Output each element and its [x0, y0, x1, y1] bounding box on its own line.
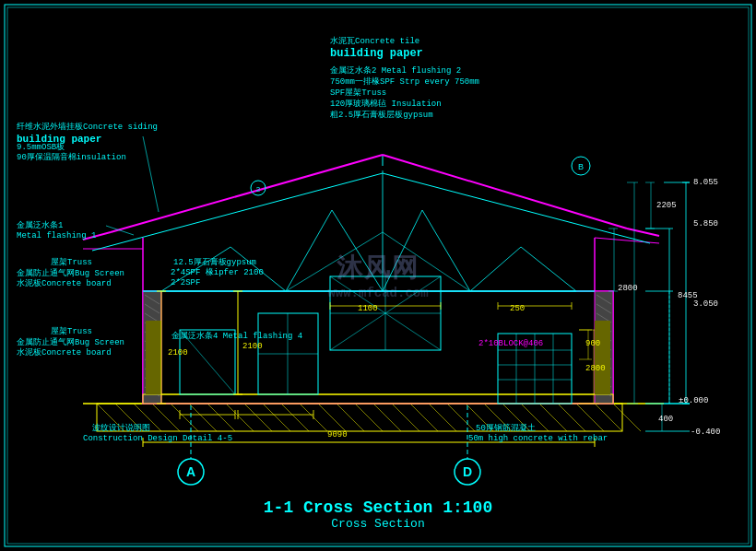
label-bug-screen-bottom: 金属防止通气网Bug Screen [17, 338, 124, 349]
dim-900: 900 [585, 339, 600, 350]
label-metal-flashing-1-en: Metal flashing 1 [17, 231, 96, 242]
label-concrete-board-bottom: 水泥板Concrete board [17, 348, 112, 359]
label-bug-screen-top: 金属防止通气网Bug Screen [17, 269, 124, 280]
label-metal-flashing-4: 金属泛水条4 Metal flashing 4 [171, 332, 302, 343]
dim-400: 400 [658, 415, 673, 426]
dim-9090: 9090 [327, 430, 348, 441]
section-subtitle: Cross Section [264, 517, 492, 531]
label-osb: 9.5mmOSB板 [17, 143, 65, 154]
label-750mm: 750mm一排椽SPF Strp every 750mm [330, 77, 479, 88]
label-spf-truss: SPF屋架Truss [330, 88, 386, 100]
dim-0000: ±0.000 [679, 396, 708, 407]
label-truss-bottom: 屋架Truss [51, 327, 92, 338]
dim-8055: 8.055 [693, 178, 718, 189]
label-1100: 1100 [358, 304, 378, 315]
label-120insulation: 120厚玻璃棉毡 Insulation [330, 100, 442, 111]
label-metal-flashing-1: 金属泛水条1 [17, 221, 63, 232]
svg-text:2: 2 [256, 185, 261, 193]
label-metal-flushing-2: 金属泛水条2 Metal flushing 2 [330, 66, 461, 77]
label-250: 250 [510, 304, 525, 315]
label-2x10block: 2*10BLOCK@406 [478, 339, 543, 350]
svg-text:A: A [186, 464, 195, 479]
label-truss-top: 屋架Truss [51, 258, 92, 269]
label-concrete-board-top: 水泥板Concrete board [17, 279, 112, 290]
cad-drawing-canvas: A D B 2 [0, 0, 756, 551]
label-gypsum-12: 12.5厚石膏板gypsum [173, 258, 256, 269]
label-25gypsum: 粗2.5厚石膏板层板gypsum [330, 111, 433, 122]
label-construction-design-cn: 波纹设计说明图 [92, 424, 150, 435]
label-insulation-left: 90厚保温隔音棉insulation [17, 153, 126, 164]
dim-2205: 2205 [656, 201, 677, 212]
label-construction-design-en: Construction Design Detail 4-5 [83, 434, 232, 445]
dim-5850: 5.850 [693, 219, 718, 230]
svg-rect-157 [595, 321, 610, 394]
label-concrete-rebar-en: 50m high concrete with rebar [468, 434, 608, 445]
section-title: 1-1 Cross Section 1:100 [264, 498, 492, 517]
svg-text:D: D [463, 464, 472, 479]
label-concrete-siding: 纤维水泥外墙挂板Concrete siding [17, 123, 158, 134]
label-concrete-tile: 水泥瓦Concrete tile [330, 37, 419, 48]
svg-text:2100: 2100 [168, 348, 188, 358]
label-spf-2x4: 2*4SPF 椽ipfer 2100 [171, 268, 264, 279]
label-2x2spf: 2*2SPF [171, 278, 200, 289]
dim-neg400: -0.400 [691, 428, 720, 439]
label-building-paper: building paper [330, 47, 423, 62]
svg-rect-156 [146, 321, 161, 394]
svg-text:B: B [578, 162, 584, 171]
dim-2800-top: 2800 [618, 284, 638, 295]
dim-8455: 8455 [678, 291, 698, 302]
dim-2800-right: 2800 [585, 364, 606, 375]
drawing-title: 1-1 Cross Section 1:100 Cross Section [264, 498, 492, 531]
label-concrete-rebar-cn: 50厚钢筋混凝土 [476, 424, 536, 435]
svg-text:2100: 2100 [242, 342, 263, 351]
